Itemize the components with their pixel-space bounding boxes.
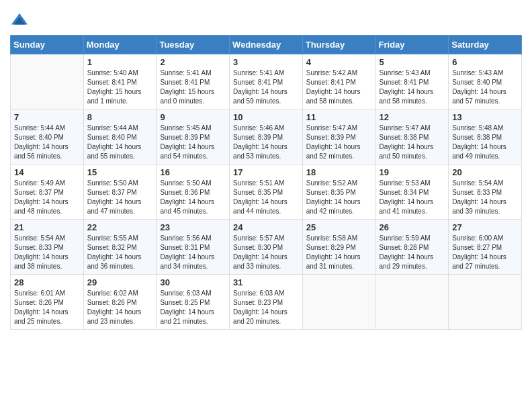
day-number: 16 <box>160 167 226 177</box>
day-info: Sunrise: 5:48 AMSunset: 8:38 PMDaylight:… <box>452 124 518 161</box>
day-info: Sunrise: 5:40 AMSunset: 8:41 PMDaylight:… <box>87 68 153 106</box>
column-header-monday: Monday <box>83 36 157 54</box>
column-header-tuesday: Tuesday <box>157 36 230 54</box>
day-number: 27 <box>452 222 518 232</box>
calendar-cell: 18Sunrise: 5:52 AMSunset: 8:35 PMDayligh… <box>302 165 375 220</box>
day-info: Sunrise: 5:59 AMSunset: 8:28 PMDaylight:… <box>380 234 445 271</box>
calendar-cell <box>11 54 84 109</box>
calendar-cell: 24Sunrise: 5:57 AMSunset: 8:30 PMDayligh… <box>230 220 303 275</box>
day-number: 20 <box>452 167 518 177</box>
day-number: 9 <box>160 112 226 122</box>
day-info: Sunrise: 5:46 AMSunset: 8:39 PMDaylight:… <box>233 124 299 161</box>
day-number: 30 <box>160 277 226 287</box>
day-number: 13 <box>452 112 518 122</box>
day-info: Sunrise: 5:54 AMSunset: 8:33 PMDaylight:… <box>452 179 518 216</box>
calendar-cell: 1Sunrise: 5:40 AMSunset: 8:41 PMDaylight… <box>83 54 157 109</box>
day-number: 6 <box>452 57 518 67</box>
calendar-cell: 4Sunrise: 5:42 AMSunset: 8:41 PMDaylight… <box>302 54 375 109</box>
calendar-cell: 27Sunrise: 6:00 AMSunset: 8:27 PMDayligh… <box>449 220 522 275</box>
calendar-cell: 23Sunrise: 5:56 AMSunset: 8:31 PMDayligh… <box>157 220 230 275</box>
column-header-sunday: Sunday <box>11 36 84 54</box>
day-number: 11 <box>306 112 372 122</box>
day-info: Sunrise: 6:00 AMSunset: 8:27 PMDaylight:… <box>452 234 518 271</box>
day-number: 1 <box>87 57 153 67</box>
calendar-week-row: 7Sunrise: 5:44 AMSunset: 8:40 PMDaylight… <box>11 109 522 165</box>
calendar-header: SundayMondayTuesdayWednesdayThursdayFrid… <box>11 36 522 54</box>
day-number: 31 <box>233 277 299 287</box>
day-info: Sunrise: 5:47 AMSunset: 8:39 PMDaylight:… <box>306 124 372 161</box>
calendar-cell: 11Sunrise: 5:47 AMSunset: 8:39 PMDayligh… <box>302 109 375 165</box>
calendar-cell: 12Sunrise: 5:47 AMSunset: 8:38 PMDayligh… <box>375 109 449 165</box>
calendar-cell: 6Sunrise: 5:43 AMSunset: 8:40 PMDaylight… <box>449 54 522 109</box>
day-info: Sunrise: 5:45 AMSunset: 8:39 PMDaylight:… <box>160 124 226 161</box>
calendar-cell: 19Sunrise: 5:53 AMSunset: 8:34 PMDayligh… <box>375 165 449 220</box>
calendar-week-row: 21Sunrise: 5:54 AMSunset: 8:33 PMDayligh… <box>11 220 522 275</box>
day-number: 4 <box>306 57 372 67</box>
day-info: Sunrise: 5:44 AMSunset: 8:40 PMDaylight:… <box>14 124 80 161</box>
calendar-table: SundayMondayTuesdayWednesdayThursdayFrid… <box>10 35 522 330</box>
column-header-wednesday: Wednesday <box>230 36 303 54</box>
calendar-cell: 22Sunrise: 5:55 AMSunset: 8:32 PMDayligh… <box>83 220 157 275</box>
day-number: 18 <box>306 167 372 177</box>
calendar-body: 1Sunrise: 5:40 AMSunset: 8:41 PMDaylight… <box>11 54 522 330</box>
column-header-thursday: Thursday <box>302 36 375 54</box>
day-number: 8 <box>87 112 153 122</box>
calendar-cell: 29Sunrise: 6:02 AMSunset: 8:26 PMDayligh… <box>83 275 157 330</box>
calendar-cell: 16Sunrise: 5:50 AMSunset: 8:36 PMDayligh… <box>157 165 230 220</box>
calendar-cell: 31Sunrise: 6:03 AMSunset: 8:23 PMDayligh… <box>230 275 303 330</box>
day-info: Sunrise: 6:03 AMSunset: 8:25 PMDaylight:… <box>160 289 226 326</box>
day-info: Sunrise: 5:54 AMSunset: 8:33 PMDaylight:… <box>14 234 80 271</box>
calendar-cell: 5Sunrise: 5:43 AMSunset: 8:41 PMDaylight… <box>375 54 449 109</box>
calendar-week-row: 28Sunrise: 6:01 AMSunset: 8:26 PMDayligh… <box>11 275 522 330</box>
day-number: 10 <box>233 112 299 122</box>
calendar-cell: 7Sunrise: 5:44 AMSunset: 8:40 PMDaylight… <box>11 109 84 165</box>
day-info: Sunrise: 5:43 AMSunset: 8:41 PMDaylight:… <box>380 68 445 106</box>
day-number: 17 <box>233 167 299 177</box>
calendar-week-row: 14Sunrise: 5:49 AMSunset: 8:37 PMDayligh… <box>11 165 522 220</box>
calendar-cell: 10Sunrise: 5:46 AMSunset: 8:39 PMDayligh… <box>230 109 303 165</box>
day-info: Sunrise: 5:43 AMSunset: 8:40 PMDaylight:… <box>452 68 518 106</box>
day-info: Sunrise: 5:50 AMSunset: 8:36 PMDaylight:… <box>160 179 226 216</box>
logo <box>10 11 32 30</box>
day-number: 21 <box>14 222 80 232</box>
day-info: Sunrise: 5:55 AMSunset: 8:32 PMDaylight:… <box>87 234 153 271</box>
day-info: Sunrise: 5:44 AMSunset: 8:40 PMDaylight:… <box>87 124 153 161</box>
calendar-cell: 15Sunrise: 5:50 AMSunset: 8:37 PMDayligh… <box>83 165 157 220</box>
day-number: 19 <box>380 167 445 177</box>
day-number: 2 <box>160 57 226 67</box>
day-number: 25 <box>306 222 372 232</box>
logo-icon <box>10 11 29 30</box>
calendar-cell: 2Sunrise: 5:41 AMSunset: 8:41 PMDaylight… <box>157 54 230 109</box>
day-number: 5 <box>380 57 445 67</box>
calendar-cell: 21Sunrise: 5:54 AMSunset: 8:33 PMDayligh… <box>11 220 84 275</box>
day-info: Sunrise: 5:49 AMSunset: 8:37 PMDaylight:… <box>14 179 80 216</box>
day-info: Sunrise: 5:57 AMSunset: 8:30 PMDaylight:… <box>233 234 299 271</box>
day-number: 24 <box>233 222 299 232</box>
day-number: 29 <box>87 277 153 287</box>
calendar-cell: 8Sunrise: 5:44 AMSunset: 8:40 PMDaylight… <box>83 109 157 165</box>
calendar-cell <box>449 275 522 330</box>
day-info: Sunrise: 5:51 AMSunset: 8:35 PMDaylight:… <box>233 179 299 216</box>
calendar-cell: 14Sunrise: 5:49 AMSunset: 8:37 PMDayligh… <box>11 165 84 220</box>
calendar-cell: 13Sunrise: 5:48 AMSunset: 8:38 PMDayligh… <box>449 109 522 165</box>
day-info: Sunrise: 6:01 AMSunset: 8:26 PMDaylight:… <box>14 289 80 326</box>
calendar-week-row: 1Sunrise: 5:40 AMSunset: 8:41 PMDaylight… <box>11 54 522 109</box>
column-header-friday: Friday <box>375 36 449 54</box>
day-number: 14 <box>14 167 80 177</box>
page-header <box>10 7 522 30</box>
calendar-cell: 26Sunrise: 5:59 AMSunset: 8:28 PMDayligh… <box>375 220 449 275</box>
day-number: 12 <box>380 112 445 122</box>
calendar-cell: 25Sunrise: 5:58 AMSunset: 8:29 PMDayligh… <box>302 220 375 275</box>
day-info: Sunrise: 5:58 AMSunset: 8:29 PMDaylight:… <box>306 234 372 271</box>
day-number: 3 <box>233 57 299 67</box>
calendar-cell: 30Sunrise: 6:03 AMSunset: 8:25 PMDayligh… <box>157 275 230 330</box>
day-number: 7 <box>14 112 80 122</box>
day-number: 15 <box>87 167 153 177</box>
day-info: Sunrise: 5:47 AMSunset: 8:38 PMDaylight:… <box>380 124 445 161</box>
calendar-cell: 28Sunrise: 6:01 AMSunset: 8:26 PMDayligh… <box>11 275 84 330</box>
day-number: 28 <box>14 277 80 287</box>
day-info: Sunrise: 5:41 AMSunset: 8:41 PMDaylight:… <box>233 68 299 106</box>
day-info: Sunrise: 5:56 AMSunset: 8:31 PMDaylight:… <box>160 234 226 271</box>
day-info: Sunrise: 5:53 AMSunset: 8:34 PMDaylight:… <box>380 179 445 216</box>
day-info: Sunrise: 5:42 AMSunset: 8:41 PMDaylight:… <box>306 68 372 106</box>
